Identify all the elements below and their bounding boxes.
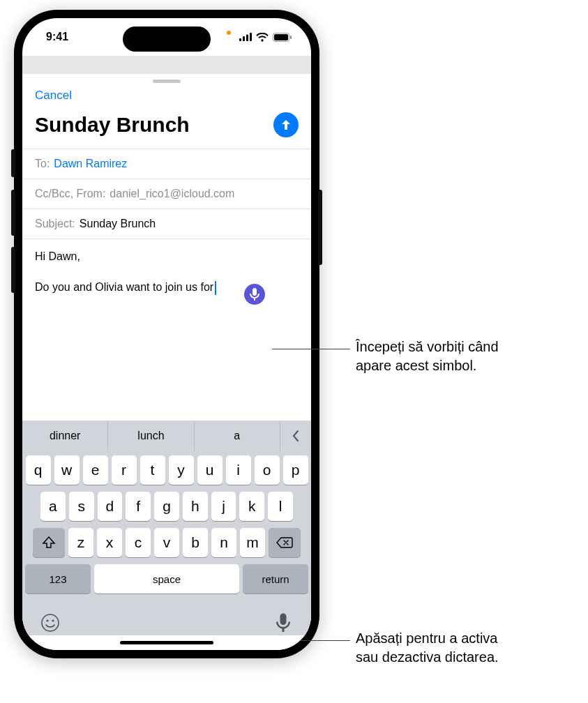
body-greeting: Hi Dawn, <box>35 249 299 264</box>
key-y[interactable]: y <box>169 455 194 485</box>
cellular-icon <box>239 33 252 41</box>
wifi-icon <box>256 33 269 42</box>
key-e[interactable]: e <box>83 455 108 485</box>
svg-rect-2 <box>246 35 248 42</box>
key-space[interactable]: space <box>94 564 239 594</box>
key-r[interactable]: r <box>112 455 137 485</box>
key-b[interactable]: b <box>183 528 208 557</box>
key-l[interactable]: l <box>268 492 293 521</box>
key-i[interactable]: i <box>226 455 251 485</box>
prediction-3[interactable]: a <box>195 421 280 451</box>
arrow-up-icon <box>280 119 292 131</box>
prediction-1[interactable]: dinner <box>22 421 108 451</box>
shift-icon <box>42 536 56 549</box>
message-body[interactable]: Hi Dawn, Do you and Olivia want to join … <box>22 239 311 421</box>
dynamic-island <box>123 27 211 52</box>
svg-point-7 <box>42 614 59 631</box>
status-time: 9:41 <box>46 31 68 43</box>
subject-field[interactable]: Subject: Sunday Brunch <box>22 209 311 239</box>
key-row-3: z x c v b n m <box>25 528 308 557</box>
compose-sheet: Cancel Sunday Brunch To: Dawn Ramirez Cc… <box>22 74 311 650</box>
key-p[interactable]: p <box>283 455 308 485</box>
svg-point-8 <box>46 619 48 621</box>
key-v[interactable]: v <box>154 528 179 557</box>
key-row-4: 123 space return <box>25 564 308 594</box>
to-field[interactable]: To: Dawn Ramirez <box>22 149 311 179</box>
key-q[interactable]: q <box>26 455 51 485</box>
keyboard-bottom-bar <box>22 605 311 635</box>
key-u[interactable]: u <box>197 455 223 485</box>
key-d[interactable]: d <box>98 492 123 521</box>
cancel-button[interactable]: Cancel <box>35 89 72 102</box>
status-icons <box>227 33 292 42</box>
key-x[interactable]: x <box>97 528 122 557</box>
ccbcc-value: daniel_rico1@icloud.com <box>110 188 234 200</box>
ccbcc-label: Cc/Bcc, From: <box>35 188 105 200</box>
key-t[interactable]: t <box>140 455 165 485</box>
svg-rect-3 <box>250 33 252 41</box>
key-n[interactable]: n <box>211 528 236 557</box>
screen: 9:41 Cancel Sunday Brunch To: <box>22 18 311 650</box>
key-delete[interactable] <box>269 528 301 557</box>
key-row-1: q w e r t y u i o p <box>25 455 308 485</box>
key-a[interactable]: a <box>40 492 66 521</box>
to-value[interactable]: Dawn Ramirez <box>54 158 127 170</box>
microphone-icon <box>250 288 259 301</box>
key-w[interactable]: w <box>54 455 80 485</box>
send-button[interactable] <box>273 112 299 137</box>
side-button-power <box>318 190 322 265</box>
dictation-button[interactable] <box>272 612 294 634</box>
callout-dictation-toggle: Apăsați pentru a activa sau dezactiva di… <box>356 629 499 667</box>
callout-line-2 <box>300 640 350 641</box>
key-m[interactable]: m <box>240 528 265 557</box>
chevron-left-icon <box>292 430 300 442</box>
key-123[interactable]: 123 <box>25 564 91 594</box>
side-button-vol-up <box>11 190 15 236</box>
predictive-bar: dinner lunch a <box>22 421 311 451</box>
svg-rect-0 <box>239 38 241 41</box>
svg-rect-5 <box>274 34 288 40</box>
iphone-frame: 9:41 Cancel Sunday Brunch To: <box>14 10 319 658</box>
callout-dictation-symbol: Începeți să vorbiți când apare acest sim… <box>356 338 499 375</box>
svg-rect-1 <box>243 36 245 41</box>
sheet-backdrop <box>22 56 311 74</box>
keyboard: q w e r t y u i o p a s d f g h <box>22 451 311 605</box>
key-row-2: a s d f g h j k l <box>25 492 308 521</box>
key-return[interactable]: return <box>243 564 308 594</box>
dictation-active-indicator[interactable] <box>244 284 265 305</box>
key-j[interactable]: j <box>211 492 236 521</box>
home-indicator[interactable] <box>120 641 213 644</box>
text-cursor <box>215 281 216 295</box>
ccbcc-field[interactable]: Cc/Bcc, From: daniel_rico1@icloud.com <box>22 179 311 209</box>
emoji-button[interactable] <box>39 612 61 634</box>
predictions-collapse[interactable] <box>280 421 311 451</box>
prediction-2[interactable]: lunch <box>108 421 194 451</box>
key-o[interactable]: o <box>255 455 280 485</box>
key-shift[interactable] <box>33 528 65 557</box>
backspace-icon <box>276 536 293 549</box>
key-g[interactable]: g <box>154 492 179 521</box>
key-f[interactable]: f <box>126 492 151 521</box>
side-button-silent <box>11 149 15 177</box>
side-button-vol-down <box>11 247 15 293</box>
callout-line-1 <box>272 349 350 349</box>
mic-indicator-dot-icon <box>227 31 231 35</box>
body-text: Do you and Olivia want to join us for <box>35 280 213 295</box>
emoji-icon <box>40 613 60 633</box>
key-s[interactable]: s <box>69 492 94 521</box>
compose-title: Sunday Brunch <box>35 113 190 137</box>
svg-rect-6 <box>290 36 292 39</box>
svg-point-9 <box>52 619 54 621</box>
battery-icon <box>273 33 292 42</box>
key-c[interactable]: c <box>126 528 151 557</box>
key-k[interactable]: k <box>239 492 264 521</box>
key-h[interactable]: h <box>183 492 208 521</box>
to-label: To: <box>35 158 50 170</box>
subject-value: Sunday Brunch <box>80 218 156 230</box>
key-z[interactable]: z <box>68 528 93 557</box>
subject-label: Subject: <box>35 218 75 230</box>
microphone-icon <box>276 613 291 633</box>
